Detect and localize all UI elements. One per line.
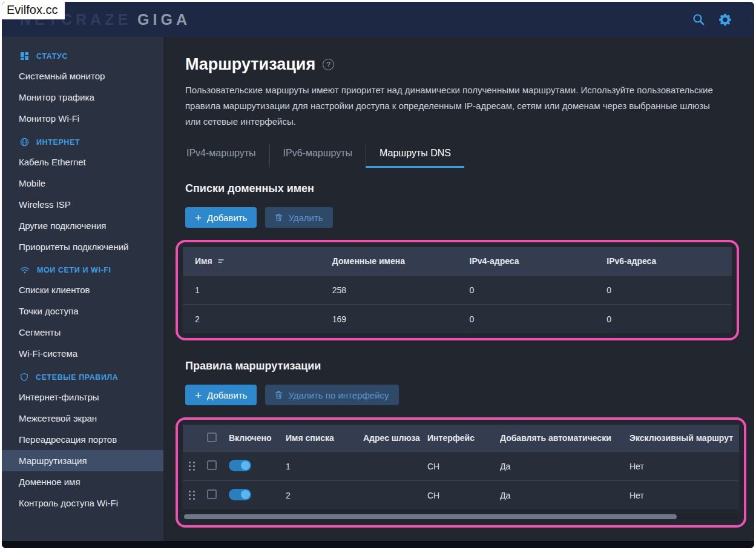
plus-icon: + bbox=[195, 389, 202, 401]
sidebar-section-network-rules: СЕТЕВЫЕ ПРАВИЛА bbox=[2, 364, 163, 386]
route-tabs: IPv4-маршруты IPv6-маршруты Маршруты DNS bbox=[185, 144, 737, 168]
cell-interface: CH bbox=[427, 462, 500, 471]
sidebar-section-label: ИНТЕРНЕТ bbox=[36, 138, 80, 147]
add-domain-list-button[interactable]: + Добавить bbox=[185, 207, 257, 228]
header-icons bbox=[692, 13, 732, 27]
cell-name: 1 bbox=[183, 285, 320, 295]
wifi-icon bbox=[20, 267, 30, 274]
main-content: Маршрутизация ? Пользовательские маршрут… bbox=[163, 37, 754, 541]
toggle-cell bbox=[229, 460, 286, 473]
sidebar-item-segments[interactable]: Сегменты bbox=[2, 322, 163, 343]
sidebar-item-wireless-isp[interactable]: Wireless ISP bbox=[2, 194, 163, 215]
delete-button-label: Удалить по интерфейсу bbox=[288, 390, 389, 400]
cell-ipv6: 0 bbox=[594, 285, 732, 295]
sidebar-item-connection-priorities[interactable]: Приоритеты подключений bbox=[2, 236, 163, 257]
add-button-label: Добавить bbox=[207, 213, 247, 223]
column-header-list-name: Имя списка bbox=[286, 433, 363, 443]
table-row[interactable]: 1 CH Да Нет bbox=[183, 451, 739, 480]
delete-domain-list-button[interactable]: Удалить bbox=[265, 207, 332, 228]
logo-secondary: GIGA bbox=[137, 11, 191, 28]
shield-icon bbox=[20, 373, 28, 382]
select-all-cell bbox=[207, 432, 229, 444]
column-header-label: Имя bbox=[195, 256, 212, 266]
drag-handle[interactable] bbox=[189, 491, 203, 500]
globe-icon bbox=[20, 138, 29, 147]
page-description: Пользовательские маршруты имеют приорите… bbox=[185, 82, 715, 130]
dashboard-icon bbox=[20, 51, 29, 61]
domain-lists-heading: Списки доменных имен bbox=[185, 182, 737, 195]
trash-icon bbox=[275, 213, 283, 222]
sidebar-item-wifi-monitor[interactable]: Монитор Wi-Fi bbox=[2, 108, 163, 129]
page-title-row: Маршрутизация ? bbox=[185, 55, 737, 74]
table-header-row: Имя Доменные имена IPv4-адреса IPv6-адре… bbox=[183, 247, 732, 275]
sidebar-item-wifi-access-control[interactable]: Контроль доступа Wi-Fi bbox=[2, 492, 163, 514]
column-header-domains: Доменные имена bbox=[320, 256, 458, 266]
sidebar-section-internet: ИНТЕРНЕТ bbox=[2, 129, 163, 151]
drag-cell bbox=[183, 462, 207, 471]
table-row[interactable]: 2 CH Да Нет bbox=[183, 480, 739, 509]
toggle-cell bbox=[229, 489, 286, 502]
cell-domains: 258 bbox=[320, 285, 458, 295]
domain-lists-toolbar: + Добавить Удалить bbox=[185, 207, 737, 228]
row-checkbox[interactable] bbox=[207, 460, 217, 470]
app-header: NETCRAZEGIGA bbox=[2, 2, 754, 37]
routing-rules-highlight: Включено Имя списка Адрес шлюза Интерфей… bbox=[176, 417, 746, 528]
sidebar-item-internet-filters[interactable]: Интернет-фильтры bbox=[2, 386, 163, 408]
checkbox-cell bbox=[207, 489, 229, 501]
sidebar-item-access-points[interactable]: Точки доступа bbox=[2, 300, 163, 322]
enabled-toggle[interactable] bbox=[229, 489, 251, 500]
domain-lists-table: Имя Доменные имена IPv4-адреса IPv6-адре… bbox=[183, 247, 732, 333]
sidebar-item-system-monitor[interactable]: Системный монитор bbox=[2, 65, 163, 87]
sidebar-section-label: СТАТУС bbox=[36, 52, 68, 61]
cell-ipv6: 0 bbox=[594, 314, 732, 324]
help-icon[interactable]: ? bbox=[323, 59, 334, 70]
sidebar-item-wifi-system[interactable]: Wi-Fi-система bbox=[2, 343, 163, 364]
cell-ipv4: 0 bbox=[458, 314, 595, 324]
select-all-checkbox[interactable] bbox=[207, 432, 217, 442]
cell-domains: 169 bbox=[320, 314, 458, 324]
delete-by-interface-button[interactable]: Удалить по интерфейсу bbox=[265, 385, 398, 405]
sidebar-item-client-lists[interactable]: Списки клиентов bbox=[2, 279, 163, 300]
routing-rules-heading: Правила маршрутизации bbox=[185, 360, 737, 373]
drag-handle[interactable] bbox=[189, 462, 203, 471]
scrollbar-thumb[interactable] bbox=[184, 514, 677, 519]
cell-interface: CH bbox=[427, 491, 500, 500]
cell-ipv4: 0 bbox=[458, 285, 595, 295]
table-header-row: Включено Имя списка Адрес шлюза Интерфей… bbox=[183, 425, 739, 451]
sidebar-item-ethernet[interactable]: Кабель Ethernet bbox=[2, 151, 163, 173]
enabled-toggle[interactable] bbox=[229, 460, 251, 471]
table-row[interactable]: 1 258 0 0 bbox=[183, 275, 732, 304]
table-row[interactable]: 2 169 0 0 bbox=[183, 304, 732, 333]
search-icon[interactable] bbox=[692, 13, 705, 26]
cell-exclusive: Нет bbox=[629, 462, 739, 471]
sidebar-item-routing[interactable]: Маршрутизация bbox=[2, 450, 163, 471]
tab-dns-routes[interactable]: Маршруты DNS bbox=[366, 144, 464, 168]
cell-auto-add: Да bbox=[500, 491, 629, 500]
sidebar-item-traffic-monitor[interactable]: Монитор трафика bbox=[2, 87, 163, 108]
row-checkbox[interactable] bbox=[207, 489, 217, 499]
sidebar-item-mobile[interactable]: Mobile bbox=[2, 173, 163, 194]
domain-lists-highlight: Имя Доменные имена IPv4-адреса IPv6-адре… bbox=[176, 240, 739, 340]
gear-icon[interactable] bbox=[718, 13, 732, 27]
cell-name: 2 bbox=[183, 314, 320, 324]
tab-ipv6-routes[interactable]: IPv6-маршруты bbox=[269, 144, 366, 168]
cell-auto-add: Да bbox=[500, 462, 629, 471]
add-routing-rule-button[interactable]: + Добавить bbox=[185, 385, 257, 405]
sidebar-item-port-forwarding[interactable]: Переадресация портов bbox=[2, 429, 163, 450]
app-window: Evilfox.cc NETCRAZEGIGA СТАТУС Системный… bbox=[0, 0, 756, 550]
plus-icon: + bbox=[195, 212, 202, 224]
sidebar-item-other-connections[interactable]: Другие подключения bbox=[2, 215, 163, 236]
cell-list-name: 1 bbox=[286, 462, 363, 471]
checkbox-cell bbox=[207, 460, 229, 472]
sidebar-item-firewall[interactable]: Межсетевой экран bbox=[2, 408, 163, 429]
routing-rules-toolbar: + Добавить Удалить по интерфейсу bbox=[185, 385, 737, 405]
column-header-gateway: Адрес шлюза bbox=[363, 433, 427, 443]
routing-rules-table: Включено Имя списка Адрес шлюза Интерфей… bbox=[183, 425, 739, 519]
sidebar-item-domain-name[interactable]: Доменное имя bbox=[2, 471, 163, 492]
sidebar-section-label: СЕТЕВЫЕ ПРАВИЛА bbox=[36, 373, 118, 382]
watermark: Evilfox.cc bbox=[2, 2, 65, 19]
horizontal-scrollbar[interactable] bbox=[184, 514, 738, 519]
tab-ipv4-routes[interactable]: IPv4-маршруты bbox=[185, 144, 269, 168]
app-body: СТАТУС Системный монитор Монитор трафика… bbox=[2, 37, 754, 541]
column-header-name[interactable]: Имя bbox=[183, 256, 320, 266]
